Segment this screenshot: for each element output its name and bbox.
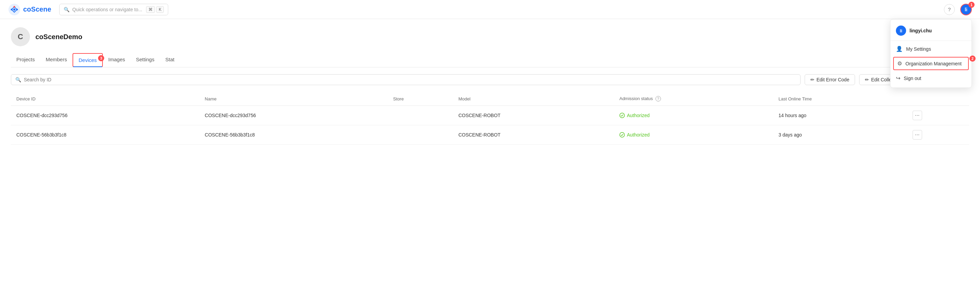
device-status-authorized: Authorized — [619, 113, 767, 118]
dropdown-avatar: li — [896, 25, 906, 36]
table-row: COSCENE-56b3b3f1c8 COSCENE-56b3b3f1c8 CO… — [11, 125, 969, 145]
device-actions-cell: ··· — [907, 125, 969, 145]
col-device-id-label: Device ID — [16, 96, 35, 102]
my-settings-item[interactable]: 👤 My Settings — [891, 42, 972, 56]
col-model-label: Model — [458, 96, 470, 102]
col-name-label: Name — [205, 96, 216, 102]
device-name-cell: COSCENE-dcc293d756 — [199, 106, 388, 125]
device-status-cell: Authorized — [614, 125, 773, 145]
org-management-label: Organization Management — [905, 61, 962, 66]
sign-out-item[interactable]: ↪ Sign out — [891, 72, 972, 85]
device-name-value: COSCENE-dcc293d756 — [205, 113, 256, 118]
devices-table: Device ID Name Store Model Admission sta… — [11, 92, 969, 145]
tab-images[interactable]: Images — [103, 53, 130, 67]
col-device-id: Device ID — [11, 92, 199, 106]
svg-point-4 — [620, 113, 625, 118]
org-icon: ⚙ — [897, 60, 902, 67]
global-search[interactable]: 🔍 Quick operations or navigate to... ⌘ K — [59, 4, 168, 15]
tab-images-label: Images — [108, 57, 125, 62]
device-id-value-2: COSCENE-56b3b3f1c8 — [16, 132, 67, 137]
sign-out-label: Sign out — [904, 76, 921, 81]
signout-icon: ↪ — [896, 75, 900, 81]
col-store: Store — [388, 92, 453, 106]
main-tabs: Projects Members Devices 3 Images Settin… — [11, 53, 969, 67]
device-id-cell: COSCENE-dcc293d756 — [11, 106, 199, 125]
search-icon: 🔍 — [64, 7, 70, 12]
tab-settings-label: Settings — [136, 57, 154, 62]
edit-icon-1: ✏ — [810, 77, 815, 83]
admission-info-icon[interactable]: ? — [655, 96, 661, 102]
user-dropdown-menu: li lingyi.chu 👤 My Settings ⚙ Organizati… — [890, 19, 972, 88]
organization-management-item[interactable]: ⚙ Organization Management 2 — [893, 57, 969, 70]
device-search-input[interactable] — [24, 77, 796, 83]
logo[interactable]: coScene — [8, 3, 51, 16]
header: coScene 🔍 Quick operations or navigate t… — [0, 0, 980, 19]
device-actions-cell: ··· — [907, 106, 969, 125]
help-button[interactable]: ? — [944, 4, 955, 15]
tab-members[interactable]: Members — [40, 53, 73, 67]
device-store-cell — [388, 106, 453, 125]
search-placeholder-text: Quick operations or navigate to... — [72, 7, 142, 12]
edit-error-code-button[interactable]: ✏ Edit Error Code — [805, 74, 855, 85]
dropdown-username: lingyi.chu — [910, 28, 932, 33]
device-last-online-cell: 3 days ago — [773, 125, 907, 145]
authorized-icon-2 — [619, 132, 625, 137]
col-admission-status: Admission status ? — [614, 92, 773, 106]
device-status-cell: Authorized — [614, 106, 773, 125]
tab-devices[interactable]: Devices 3 — [73, 53, 103, 67]
help-icon: ? — [948, 6, 951, 12]
org-management-wrap: ⚙ Organization Management 2 — [891, 57, 972, 70]
col-last-online: Last Online Time — [773, 92, 907, 106]
table-row: COSCENE-dcc293d756 COSCENE-dcc293d756 CO… — [11, 106, 969, 125]
tab-projects[interactable]: Projects — [11, 53, 40, 67]
device-more-button-2[interactable]: ··· — [913, 130, 922, 140]
device-name-cell: COSCENE-56b3b3f1c8 — [199, 125, 388, 145]
svg-point-2 — [16, 8, 18, 10]
tab-devices-label: Devices — [79, 57, 97, 63]
device-last-online-cell: 14 hours ago — [773, 106, 907, 125]
device-search-wrap[interactable]: 🔍 — [11, 74, 800, 85]
device-more-button[interactable]: ··· — [913, 111, 922, 120]
table-body: COSCENE-dcc293d756 COSCENE-dcc293d756 CO… — [11, 106, 969, 145]
tab-members-label: Members — [46, 57, 67, 62]
org-avatar-letter: C — [18, 32, 23, 41]
dropdown-avatar-initial: li — [900, 28, 902, 33]
kbd-k: K — [156, 6, 164, 13]
dropdown-user-section: li lingyi.chu — [891, 22, 972, 41]
col-name: Name — [199, 92, 388, 106]
org-name: coSceneDemo — [35, 33, 83, 41]
device-model-cell: COSCENE-ROBOT — [453, 106, 614, 125]
devices-toolbar: 🔍 ✏ Edit Error Code ✏ Edit Collector Rul… — [11, 74, 969, 85]
notification-badge: 1 — [969, 2, 975, 8]
device-status-value: Authorized — [627, 113, 650, 118]
tab-stat[interactable]: Stat — [160, 53, 180, 67]
device-status-authorized-2: Authorized — [619, 132, 767, 137]
header-right: ? li 1 — [944, 4, 972, 15]
user-avatar-button[interactable]: li 1 — [960, 4, 972, 15]
avatar-initial: li — [965, 7, 967, 12]
kbd-cmd: ⌘ — [146, 6, 155, 13]
device-model-cell: COSCENE-ROBOT — [453, 125, 614, 145]
table-header: Device ID Name Store Model Admission sta… — [11, 92, 969, 106]
my-settings-label: My Settings — [906, 46, 931, 52]
device-model-value: COSCENE-ROBOT — [458, 113, 501, 118]
device-model-value-2: COSCENE-ROBOT — [458, 132, 501, 137]
search-input-icon: 🔍 — [15, 77, 21, 83]
edit-error-code-label: Edit Error Code — [816, 77, 849, 83]
svg-point-3 — [14, 6, 15, 8]
device-name-value-2: COSCENE-56b3b3f1c8 — [205, 132, 255, 137]
device-last-online-value-2: 3 days ago — [778, 132, 802, 137]
col-last-online-label: Last Online Time — [778, 96, 812, 102]
org-avatar: C — [11, 27, 30, 46]
svg-point-1 — [11, 8, 13, 10]
device-store-cell — [388, 125, 453, 145]
col-admission-label: Admission status — [619, 96, 653, 101]
tab-stat-label: Stat — [165, 57, 174, 62]
tab-settings[interactable]: Settings — [130, 53, 160, 67]
org-header: C coSceneDemo — [11, 27, 969, 46]
logo-text: coScene — [23, 5, 51, 13]
edit-icon-2: ✏ — [865, 77, 869, 83]
authorized-icon — [619, 113, 625, 118]
col-store-label: Store — [393, 96, 404, 102]
col-actions — [907, 92, 969, 106]
